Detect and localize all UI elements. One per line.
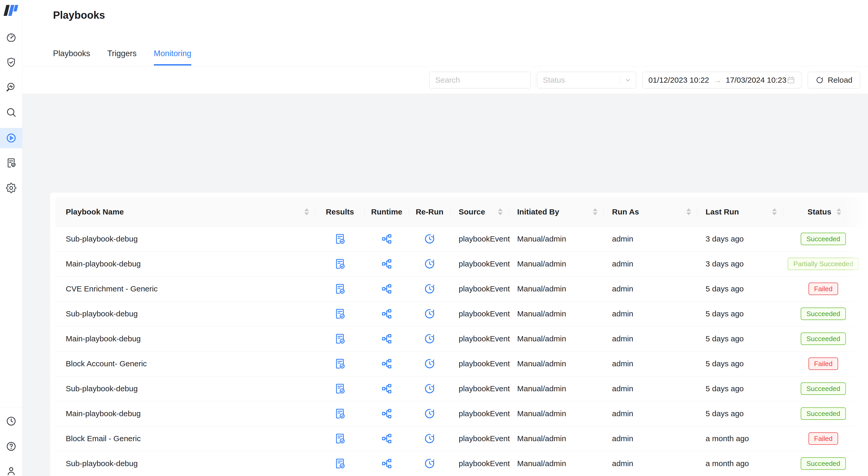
table-row[interactable]: Main-playbook-debug bbox=[55, 401, 868, 426]
playbook-name-cell[interactable]: Main-playbook-debug bbox=[55, 401, 315, 426]
app-logo[interactable] bbox=[3, 4, 20, 17]
playbook-name-cell[interactable]: Sub-playbook-debug bbox=[55, 376, 315, 401]
table-row[interactable]: Main-playbook-debug bbox=[55, 326, 868, 351]
runtime-cell bbox=[365, 401, 409, 426]
column-header-last-run[interactable]: Last Run bbox=[697, 197, 783, 227]
sidebar-item-settings[interactable] bbox=[0, 178, 22, 198]
runtime-button[interactable] bbox=[380, 457, 393, 470]
playbook-name-cell[interactable]: CVE Enrichment - Generic bbox=[55, 276, 315, 301]
rerun-button[interactable] bbox=[423, 332, 436, 345]
column-header-playbook-name[interactable]: Playbook Name bbox=[55, 197, 315, 227]
runtime-button[interactable] bbox=[380, 432, 393, 445]
results-button[interactable] bbox=[334, 357, 346, 370]
results-cell bbox=[315, 227, 365, 251]
column-header-status[interactable]: Status bbox=[783, 197, 864, 227]
rerun-button[interactable] bbox=[423, 457, 436, 470]
sidebar-item-playbooks[interactable] bbox=[0, 128, 22, 148]
results-button[interactable] bbox=[334, 232, 346, 245]
tab-playbooks[interactable]: Playbooks bbox=[53, 49, 90, 65]
results-document-check-icon bbox=[334, 233, 346, 245]
rerun-button[interactable] bbox=[423, 382, 436, 395]
date-to[interactable]: 17/03/2024 10:23 bbox=[726, 76, 787, 85]
tab-monitoring[interactable]: Monitoring bbox=[154, 49, 191, 65]
playbook-name-cell[interactable]: Sub-playbook-debug bbox=[55, 227, 315, 251]
reload-button[interactable]: Reload bbox=[808, 72, 860, 88]
playbook-name-cell[interactable]: Main-playbook-debug bbox=[55, 251, 315, 276]
results-button[interactable] bbox=[334, 407, 346, 420]
rerun-button[interactable] bbox=[423, 357, 436, 370]
runtime-button[interactable] bbox=[380, 407, 393, 420]
table-row[interactable]: CVE Enrichment - Generic bbox=[55, 276, 868, 301]
playbook-name-cell[interactable]: Main-playbook-debug bbox=[55, 326, 315, 351]
column-header-initiated-by[interactable]: Initiated By bbox=[509, 197, 604, 227]
sidebar-item-search[interactable] bbox=[0, 102, 22, 122]
sort-icon[interactable] bbox=[593, 208, 597, 215]
table-row[interactable]: Sub-playbook-debug bbox=[55, 376, 868, 401]
playbook-name-cell[interactable]: Block Account- Generic bbox=[55, 351, 315, 376]
runtime-button[interactable] bbox=[380, 282, 393, 295]
results-button[interactable] bbox=[334, 457, 346, 470]
runtime-button[interactable] bbox=[380, 257, 393, 270]
results-button[interactable] bbox=[334, 332, 346, 345]
sidebar-item-security[interactable] bbox=[0, 52, 22, 72]
play-circle-icon bbox=[5, 132, 17, 144]
table-row[interactable]: Main-playbook-debug bbox=[55, 251, 868, 276]
status-cell: Succeeded bbox=[783, 227, 864, 251]
sidebar-item-profile[interactable] bbox=[0, 461, 22, 476]
column-header-run-as[interactable]: Run As bbox=[604, 197, 697, 227]
playbook-name-cell[interactable]: Sub-playbook-debug bbox=[55, 301, 315, 326]
playbook-name-cell[interactable]: Block Email - Generic bbox=[55, 426, 315, 451]
column-header-results[interactable]: Results bbox=[315, 197, 365, 227]
rerun-button[interactable] bbox=[423, 257, 436, 270]
status-badge: Partially Succeeded bbox=[788, 258, 859, 270]
table-scroll-area[interactable]: Playbook Name Results Runtime Re-Run Sou… bbox=[55, 197, 868, 476]
rerun-cell bbox=[409, 351, 451, 376]
status-cell: Failed bbox=[783, 351, 864, 376]
table-row[interactable]: Sub-playbook-debug bbox=[55, 301, 868, 326]
results-button[interactable] bbox=[334, 432, 346, 445]
column-header-runtime[interactable]: Runtime bbox=[365, 197, 409, 227]
reload-icon bbox=[815, 76, 824, 84]
sidebar-item-investigation[interactable] bbox=[0, 77, 22, 97]
tab-triggers[interactable]: Triggers bbox=[107, 49, 137, 65]
sidebar-item-dashboard[interactable] bbox=[0, 28, 22, 48]
runtime-cell bbox=[365, 251, 409, 276]
sort-icon[interactable] bbox=[772, 208, 777, 215]
column-header-progress[interactable]: Pro bbox=[864, 197, 868, 227]
rerun-button[interactable] bbox=[423, 407, 436, 420]
rerun-button[interactable] bbox=[423, 307, 436, 320]
rerun-button[interactable] bbox=[423, 282, 436, 295]
search-input[interactable] bbox=[430, 72, 536, 88]
column-header-source[interactable]: Source bbox=[451, 197, 509, 227]
shield-check-icon bbox=[5, 57, 17, 68]
runtime-button[interactable] bbox=[380, 332, 393, 345]
playbook-name-cell[interactable]: Sub-playbook-debug bbox=[55, 451, 315, 476]
magnifier-icon bbox=[5, 107, 17, 118]
column-header-rerun[interactable]: Re-Run bbox=[409, 197, 451, 227]
sort-icon[interactable] bbox=[837, 208, 841, 215]
sidebar-item-history[interactable] bbox=[0, 411, 22, 431]
runtime-button[interactable] bbox=[380, 232, 393, 245]
table-row[interactable]: Sub-playbook-debug bbox=[55, 451, 868, 476]
table-row[interactable]: Block Account- Generic bbox=[55, 351, 868, 376]
date-from[interactable]: 01/12/2023 10:22 bbox=[648, 76, 709, 85]
sidebar-item-reports[interactable] bbox=[0, 153, 22, 173]
results-button[interactable] bbox=[334, 307, 346, 320]
run-as-cell: admin bbox=[604, 451, 697, 476]
table-row[interactable]: Block Email - Generic bbox=[55, 426, 868, 451]
rerun-button[interactable] bbox=[423, 232, 436, 245]
table-row[interactable]: Sub-playbook-debug bbox=[55, 227, 868, 251]
results-button[interactable] bbox=[334, 257, 346, 270]
runtime-button[interactable] bbox=[380, 382, 393, 395]
runtime-button[interactable] bbox=[380, 307, 393, 320]
rerun-button[interactable] bbox=[423, 432, 436, 445]
sort-icon[interactable] bbox=[686, 208, 691, 215]
sidebar-item-help[interactable] bbox=[0, 436, 22, 456]
sort-icon[interactable] bbox=[498, 208, 503, 215]
date-range-picker[interactable]: 01/12/2023 10:22 → 17/03/2024 10:23 bbox=[643, 72, 802, 88]
status-select[interactable]: Status bbox=[537, 72, 636, 88]
sort-icon[interactable] bbox=[304, 208, 309, 215]
results-button[interactable] bbox=[334, 382, 346, 395]
results-button[interactable] bbox=[334, 282, 346, 295]
runtime-button[interactable] bbox=[380, 357, 393, 370]
